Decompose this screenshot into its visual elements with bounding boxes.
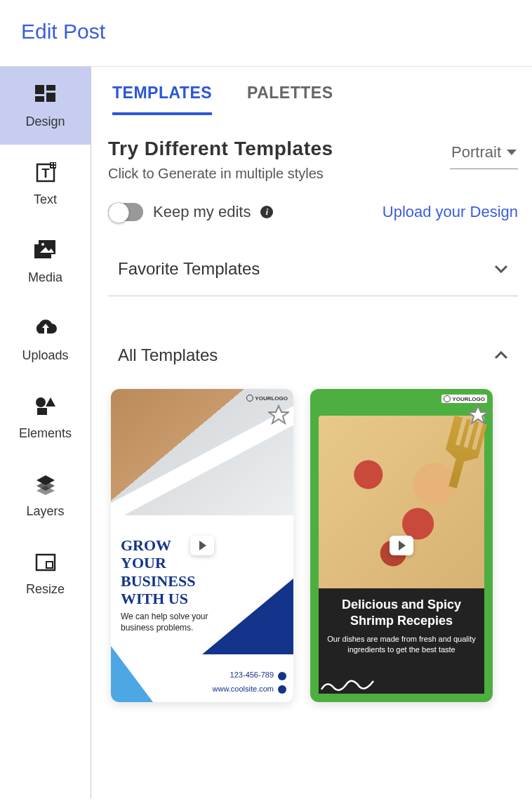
media-icon: [33, 238, 58, 263]
template-logo: YOURLOGO: [246, 395, 288, 402]
svg-point-11: [41, 243, 44, 246]
svg-rect-2: [46, 85, 55, 91]
design-icon: [33, 82, 58, 107]
orientation-dropdown[interactable]: Portrait: [450, 139, 518, 169]
uploads-icon: [33, 316, 58, 341]
heading-text: Try Different Templates Click to Generat…: [108, 138, 333, 182]
svg-marker-26: [468, 406, 488, 423]
template-image: [319, 416, 484, 612]
favorite-star-icon[interactable]: [268, 404, 289, 428]
tab-templates[interactable]: TEMPLATES: [112, 84, 212, 115]
sidebar-item-label: Design: [25, 114, 65, 129]
sidebar-item-label: Media: [28, 270, 62, 285]
keep-edits-label: Keep my edits: [153, 203, 251, 221]
tab-palettes[interactable]: PALETTES: [247, 84, 333, 115]
sidebar-item-resize[interactable]: Resize: [0, 534, 91, 612]
text-icon: T: [33, 160, 58, 185]
info-icon[interactable]: i: [260, 206, 273, 218]
favorite-templates-section[interactable]: Favorite Templates: [108, 238, 518, 296]
template-logo: YOURLOGO: [441, 395, 487, 403]
sidebar-item-elements[interactable]: Elements: [0, 378, 91, 456]
orientation-value: Portrait: [451, 143, 501, 161]
favorite-templates-header: Favorite Templates: [118, 259, 260, 279]
svg-point-16: [36, 397, 46, 407]
left-sidebar: Design T Text: [0, 67, 91, 799]
svg-rect-18: [37, 408, 47, 415]
chevron-down-icon: [494, 265, 508, 273]
heading-subtitle: Click to Generate in multiple styles: [108, 166, 333, 182]
svg-rect-0: [35, 85, 44, 94]
svg-marker-25: [269, 406, 288, 423]
all-templates-header: All Templates: [118, 345, 218, 365]
resize-icon: [33, 550, 58, 575]
keep-edits-group: Keep my edits i: [108, 203, 273, 221]
options-row: Keep my edits i Upload your Design: [108, 203, 518, 221]
content-panel: TEMPLATES PALETTES Try Different Templat…: [91, 67, 532, 799]
sidebar-item-layers[interactable]: Layers: [0, 456, 91, 534]
app-header: Edit Post: [0, 0, 532, 67]
heading-title: Try Different Templates: [108, 138, 333, 160]
svg-marker-24: [507, 150, 517, 155]
signature-swoosh: [320, 675, 376, 694]
sidebar-item-label: Elements: [19, 426, 72, 441]
layers-icon: [33, 472, 58, 497]
upload-design-link[interactable]: Upload your Design: [383, 203, 518, 221]
template-contact: 123-456-789 www.coolsite.com: [213, 668, 286, 696]
elements-icon: [33, 394, 58, 419]
chevron-up-icon: [494, 351, 508, 359]
sidebar-item-uploads[interactable]: Uploads: [0, 300, 91, 378]
svg-rect-1: [35, 96, 44, 102]
sidebar-item-design[interactable]: Design: [0, 67, 91, 145]
all-templates-section[interactable]: All Templates: [108, 324, 518, 372]
svg-marker-17: [46, 397, 55, 407]
section-heading: Try Different Templates Click to Generat…: [108, 138, 518, 182]
sidebar-item-text[interactable]: T Text: [0, 145, 91, 223]
favorite-star-icon[interactable]: [467, 404, 488, 428]
svg-rect-23: [46, 562, 53, 568]
tab-bar: TEMPLATES PALETTES: [108, 84, 518, 115]
page-title: Edit Post: [21, 20, 511, 44]
dropdown-icon: [507, 150, 517, 155]
sidebar-item-label: Text: [34, 192, 57, 207]
sidebar-item-label: Resize: [26, 582, 65, 597]
template-card[interactable]: YOURLOGO GROWYOURBUSINESSWITH US We can …: [111, 389, 293, 702]
sidebar-item-label: Layers: [26, 504, 64, 519]
templates-grid: YOURLOGO GROWYOURBUSINESSWITH US We can …: [108, 389, 518, 702]
play-icon: [390, 536, 413, 555]
svg-text:T: T: [41, 166, 49, 180]
main-layout: Design T Text: [0, 67, 532, 799]
template-card[interactable]: YOURLOGO Delicious and Spicy Shrimp Rece…: [310, 389, 493, 702]
play-icon: [190, 536, 214, 555]
sidebar-item-label: Uploads: [22, 348, 68, 363]
svg-rect-3: [46, 93, 55, 102]
keep-edits-toggle[interactable]: [108, 203, 143, 221]
sidebar-item-media[interactable]: Media: [0, 223, 91, 300]
